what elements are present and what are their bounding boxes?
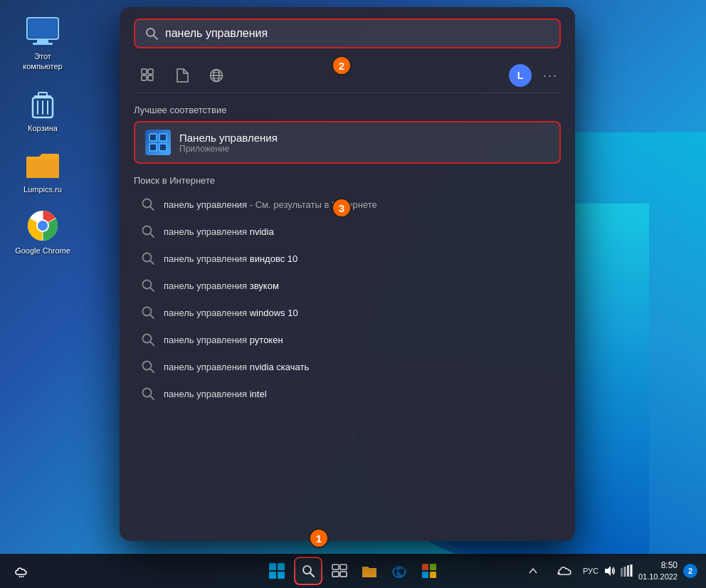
svg-point-13 bbox=[38, 221, 48, 231]
badge-3: 3 bbox=[332, 198, 352, 218]
svg-line-51 bbox=[150, 396, 154, 399]
monitor-icon bbox=[26, 14, 60, 48]
task-view-icon bbox=[332, 563, 347, 579]
search-panel: панель управления 2 bbox=[120, 7, 575, 541]
search-taskbar-icon bbox=[301, 564, 315, 578]
taskbar-search-btn[interactable] bbox=[294, 557, 322, 585]
svg-rect-63 bbox=[430, 564, 436, 570]
store-icon bbox=[421, 563, 437, 579]
grid-icon bbox=[141, 68, 155, 83]
svg-line-37 bbox=[150, 206, 154, 210]
svg-line-54 bbox=[23, 576, 23, 577]
svg-marker-66 bbox=[605, 566, 611, 576]
svg-line-52 bbox=[19, 576, 20, 577]
filter-tab-file[interactable] bbox=[171, 64, 194, 87]
windows-logo-icon bbox=[269, 563, 285, 579]
svg-rect-57 bbox=[332, 565, 339, 569]
svg-line-45 bbox=[150, 315, 154, 318]
svg-rect-64 bbox=[422, 572, 428, 578]
svg-rect-67 bbox=[621, 568, 623, 577]
search-input-container[interactable]: панель управления bbox=[134, 19, 561, 48]
svg-rect-35 bbox=[160, 145, 166, 150]
search-result-item[interactable]: панель управления windows 10 bbox=[134, 300, 561, 325]
taskbar-edge-btn[interactable] bbox=[386, 558, 412, 584]
taskbar-center bbox=[264, 557, 442, 585]
onedrive-icon bbox=[557, 566, 571, 576]
recycle-bin-icon bbox=[26, 86, 60, 120]
badge-1: 1 bbox=[309, 528, 329, 548]
desktop-icon-this-pc[interactable]: Этот компьютер bbox=[14, 14, 71, 72]
result-text: панель управления windows 10 bbox=[164, 308, 298, 318]
globe-icon bbox=[209, 68, 223, 83]
search-result-item[interactable]: панель управления звуком bbox=[134, 273, 561, 298]
folder-icon bbox=[26, 147, 60, 182]
svg-rect-70 bbox=[630, 565, 632, 577]
taskbar: РУС 8:50 01.10.2022 bbox=[0, 554, 706, 588]
control-panel-app-icon bbox=[148, 132, 168, 152]
search-result-item[interactable]: панель управления виндовс 10 bbox=[134, 246, 561, 271]
svg-line-49 bbox=[150, 369, 154, 372]
taskbar-tray-expand-btn[interactable] bbox=[520, 558, 546, 584]
best-match-label: Лучшее соответствие bbox=[134, 105, 561, 115]
svg-rect-19 bbox=[142, 69, 147, 74]
desktop-icon-chrome-label: Google Chrome bbox=[15, 246, 70, 256]
search-result-item[interactable]: панель управления nvidia bbox=[134, 219, 561, 244]
filter-tab-globe[interactable] bbox=[205, 64, 228, 87]
svg-rect-10 bbox=[26, 159, 59, 178]
search-results-list: панель управления - См. результаты в Инт… bbox=[134, 191, 561, 406]
desktop-icon-lumpics[interactable]: Lumpics.ru bbox=[14, 147, 71, 194]
web-search-result-icon bbox=[141, 387, 155, 401]
cloud-icon bbox=[14, 563, 29, 579]
network-icon[interactable] bbox=[620, 565, 633, 577]
svg-rect-3 bbox=[33, 43, 53, 45]
svg-rect-33 bbox=[160, 135, 166, 140]
control-panel-icon bbox=[145, 130, 171, 155]
svg-rect-68 bbox=[623, 567, 626, 577]
search-result-item[interactable]: панель управления рутокен bbox=[134, 327, 561, 352]
chevron-up-icon bbox=[528, 566, 538, 576]
desktop: Этот компьютер Корзина bbox=[0, 0, 706, 588]
clock-time: 8:50 bbox=[638, 560, 678, 572]
taskbar-explorer-btn[interactable] bbox=[357, 558, 382, 584]
svg-rect-34 bbox=[150, 145, 156, 150]
taskbar-left bbox=[9, 558, 34, 584]
notification-badge[interactable]: 2 bbox=[683, 564, 697, 578]
search-result-item[interactable]: панель управления intel bbox=[134, 381, 561, 406]
web-search-result-icon bbox=[141, 197, 155, 211]
filter-tab-more[interactable]: ··· bbox=[543, 68, 558, 83]
svg-rect-22 bbox=[148, 75, 153, 80]
filter-tab-user[interactable]: L bbox=[509, 64, 532, 87]
best-match-title: Панель управления bbox=[179, 132, 278, 144]
desktop-icon-recycle-bin[interactable]: Корзина bbox=[14, 86, 71, 133]
desktop-icon-this-pc-label: Этот компьютер bbox=[14, 51, 71, 72]
desktop-icons: Этот компьютер Корзина bbox=[14, 14, 71, 256]
svg-line-18 bbox=[154, 36, 157, 39]
search-input-value: панель управления bbox=[165, 27, 549, 40]
search-result-item[interactable]: панель управления nvidia скачать bbox=[134, 354, 561, 379]
badge-2: 2 bbox=[332, 56, 352, 75]
svg-rect-20 bbox=[148, 69, 153, 74]
clock[interactable]: 8:50 01.10.2022 bbox=[638, 560, 678, 582]
taskbar-notification-btn[interactable] bbox=[9, 558, 34, 584]
language-indicator: РУС bbox=[583, 567, 599, 575]
web-search-result-icon bbox=[141, 278, 155, 293]
taskbar-store-btn[interactable] bbox=[416, 558, 442, 584]
svg-line-43 bbox=[150, 288, 154, 291]
taskbar-task-view-btn[interactable] bbox=[327, 558, 352, 584]
desktop-icon-lumpics-label: Lumpics.ru bbox=[23, 184, 62, 194]
taskbar-windows-btn[interactable] bbox=[264, 558, 290, 584]
svg-rect-1 bbox=[28, 19, 57, 38]
search-icon bbox=[145, 27, 158, 40]
desktop-icon-chrome[interactable]: Google Chrome bbox=[14, 209, 71, 256]
svg-rect-62 bbox=[422, 564, 428, 570]
svg-rect-21 bbox=[142, 75, 147, 80]
volume-icon[interactable] bbox=[603, 565, 616, 577]
filter-tab-grid[interactable] bbox=[137, 64, 159, 87]
chrome-icon bbox=[26, 209, 60, 243]
web-search-result-icon bbox=[141, 359, 155, 374]
result-text: панель управления nvidia bbox=[164, 226, 274, 237]
svg-rect-69 bbox=[627, 565, 629, 577]
best-match-item[interactable]: Панель управления Приложение bbox=[134, 121, 561, 164]
svg-rect-32 bbox=[150, 135, 156, 140]
taskbar-onedrive-btn[interactable] bbox=[552, 558, 577, 584]
